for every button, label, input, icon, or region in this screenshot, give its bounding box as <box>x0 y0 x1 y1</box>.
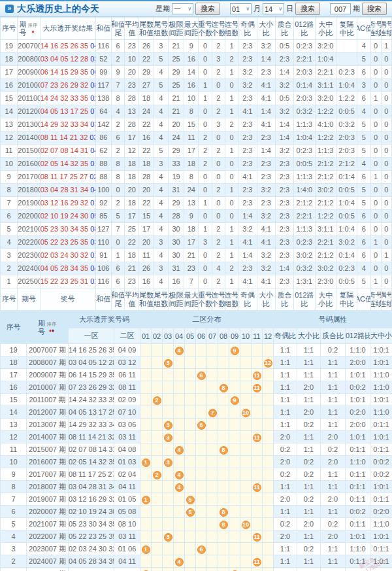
attr-cell: 0:1:1 <box>346 518 370 530</box>
footer-header-row: 序号期号奖号和值和值尾平均值尾数和值尾号组数极限间距最大间距重号个数连号个数连号… <box>1 288 392 311</box>
attr-cell: 1:1 <box>274 555 297 568</box>
zone-cell: 11 <box>252 431 263 443</box>
stat-cell: 4 <box>154 197 168 210</box>
stat-cell: 116 <box>95 40 111 53</box>
zone-cell <box>240 456 252 468</box>
zone-cell: 3 <box>163 419 174 431</box>
front-numbers: 03 04 05 12 28 <box>41 55 88 63</box>
front-numbers: 04 05 13 17 25 <box>41 107 88 115</box>
sort-control[interactable]: 排序♦♦ <box>46 322 57 334</box>
back-numbers: 06 11 <box>90 68 95 76</box>
back-numbers-cell: 08 11 <box>114 381 140 394</box>
zone-cell <box>152 543 163 555</box>
attr-cell: 1:1 <box>297 369 321 381</box>
stat-cell: 5 <box>357 184 370 197</box>
seq-cell: 8 <box>1 184 18 197</box>
stat-cell: 92 <box>95 197 111 210</box>
draw-numbers-cell: 14 16 25 26 35 04 09 <box>40 40 95 53</box>
seq-cell: 1 <box>1 275 18 288</box>
stat-cell: 1:0:4 <box>336 197 357 210</box>
stat-cell: 28 <box>125 118 139 131</box>
attr-cell: 1:1 <box>274 481 297 493</box>
table-row: 4202200705 22 23 25 35 03 11110022203301… <box>1 236 392 249</box>
column-header: 偶号连续 <box>381 288 391 311</box>
column-header: 奇偶比 <box>238 18 257 40</box>
seq-cell: 19 <box>1 344 27 356</box>
stat-cell: 6 <box>111 262 124 275</box>
front-numbers-cell: 02 03 24 30 32 <box>69 543 114 555</box>
zone-cell: 7 <box>207 406 218 419</box>
zone-cell <box>174 431 185 443</box>
stat-cell: 2:3 <box>257 66 275 79</box>
back-numbers: 03 06 <box>90 120 95 128</box>
stat-cell: 28 <box>125 92 139 105</box>
stat-cell: 1:4:0 <box>294 184 315 197</box>
zone-cell <box>207 481 218 493</box>
stat-cell: 1:0:4 <box>336 223 357 236</box>
number-ball: 11 <box>253 372 261 380</box>
stat-cell: 8 <box>111 158 124 171</box>
header-label: 012路比 <box>294 20 314 37</box>
stat-cell: 0 <box>381 158 391 171</box>
stat-cell: 28 <box>168 210 184 223</box>
week-select[interactable]: 一∨ <box>172 3 193 14</box>
stat-cell: 1 <box>225 236 238 249</box>
period-cell: 2009007 <box>18 66 40 79</box>
attr-cell: 1:0:1 <box>370 555 392 568</box>
stat-cell: 18 <box>125 171 139 184</box>
zone-cell <box>152 356 163 369</box>
header-text: 重号个数 <box>199 291 212 308</box>
stat-cell: 4 <box>154 275 168 288</box>
zone-cell <box>229 431 240 443</box>
attr-cell: 1:0:1 <box>346 394 370 406</box>
header-label: 极限间距 <box>169 20 184 37</box>
zone-cell: 2 <box>152 468 163 481</box>
attr-cell: 0:1:1 <box>370 493 392 506</box>
zone-cell: 3 <box>163 530 174 543</box>
header-text: 偶号连续 <box>381 291 391 308</box>
stat-cell: 4:1 <box>257 236 275 249</box>
attr-cell: 1:1 <box>321 356 346 369</box>
zone-cell <box>252 356 263 369</box>
zone-cell: 4 <box>174 555 185 568</box>
zone-cell <box>207 543 218 555</box>
date-search-button[interactable]: 搜索 <box>295 3 320 15</box>
stat-cell: 17 <box>184 145 199 158</box>
attr-cell: 0:0:2 <box>370 468 392 481</box>
zone-cell <box>252 456 263 468</box>
stat-cell: 1 <box>199 197 212 210</box>
issue-search-button[interactable]: 搜索 <box>362 3 387 15</box>
draw-numbers-cell: 14 24 32 33 35 02 09 <box>40 92 95 105</box>
stat-cell: 31 <box>168 262 184 275</box>
stat-cell: 2 <box>212 105 225 118</box>
issue-input[interactable] <box>330 3 351 14</box>
stat-cell: 99 <box>95 66 111 79</box>
zone-cell <box>196 456 207 468</box>
period-cell: 2022007 <box>18 236 40 249</box>
day-select[interactable]: 14∨ <box>263 3 284 14</box>
attr-cell: 0:0:2 <box>346 506 370 518</box>
header-text: 最大间距 <box>184 291 199 308</box>
period-cell: 2021007 期 <box>27 518 69 530</box>
sort-control[interactable]: 排序♦ <box>27 23 38 35</box>
stat-cell: 0 <box>212 131 225 145</box>
month-select[interactable]: 01∨ <box>230 3 252 14</box>
front-numbers: 15 22 23 25 31 <box>41 277 88 285</box>
seq-cell: 13 <box>1 118 18 131</box>
zone-cell <box>240 431 252 443</box>
stat-cell: 1 <box>225 145 238 158</box>
stat-cell: 3 <box>199 236 212 249</box>
zone-cell <box>229 481 240 493</box>
zone-cell <box>229 356 240 369</box>
attr-cell: 0:2 <box>297 456 321 468</box>
attr-cell: 1:0:1 <box>370 481 392 493</box>
zone-cell <box>196 518 207 530</box>
stat-cell: 0 <box>370 262 381 275</box>
stat-cell: 2 <box>111 145 124 158</box>
stat-cell: 1:0:4 <box>315 53 336 66</box>
zone-cell <box>174 493 185 506</box>
stat-cell: 0 <box>199 40 212 53</box>
zone-cell <box>163 394 174 406</box>
week-search-button[interactable]: 搜索 <box>195 3 220 15</box>
front-numbers: 05 23 30 34 35 <box>41 225 88 233</box>
